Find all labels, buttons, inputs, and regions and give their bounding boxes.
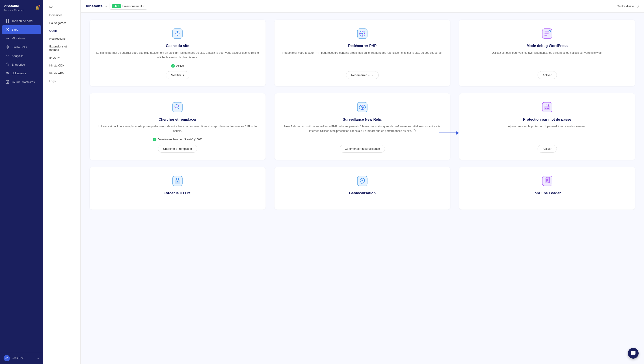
search-replace-icon bbox=[171, 100, 184, 114]
site-chevron-icon[interactable]: ▾ bbox=[105, 4, 107, 8]
debug-icon bbox=[540, 27, 554, 40]
svg-point-37 bbox=[177, 181, 178, 182]
search-replace-status: ✓ Dernière recherche : "kinsta" (1608) bbox=[153, 138, 202, 141]
env-label: Environnement bbox=[122, 4, 142, 8]
sidebar-logo: kinstalife Awesome Company bbox=[4, 4, 24, 12]
sec-nav-outils[interactable]: Outils bbox=[45, 27, 79, 34]
dns-icon bbox=[5, 45, 10, 49]
tool-card-php: Redémarrer PHP Redémarrer votre Moteur P… bbox=[274, 20, 450, 86]
debug-activate-button[interactable]: Activer bbox=[538, 71, 557, 79]
sidebar-item-sites[interactable]: Sites bbox=[2, 25, 41, 34]
svg-text:* * *: * * * bbox=[545, 108, 548, 109]
company-name: Awesome Company bbox=[4, 9, 24, 12]
sec-nav-sauvegardes[interactable]: Sauvegardes bbox=[45, 19, 79, 27]
live-badge: LIVE bbox=[112, 4, 121, 8]
env-selector[interactable]: LIVE Environnement ▾ bbox=[110, 3, 147, 10]
search-replace-title: Chercher et remplacer bbox=[158, 118, 196, 122]
cache-modifier-button[interactable]: Modifier ▾ bbox=[166, 71, 189, 79]
arrow-head-icon bbox=[456, 131, 459, 135]
sidebar-item-analytics[interactable]: Analytics bbox=[2, 52, 41, 60]
site-name: kinstalife bbox=[86, 4, 103, 8]
sec-nav-domaines[interactable]: Domaines bbox=[45, 12, 79, 19]
sidebar-nav: Tableau de bord Sites Migrations bbox=[0, 14, 43, 352]
cache-status-dot: ✓ bbox=[171, 64, 175, 68]
topbar-right[interactable]: Centre d'aide ⓘ bbox=[617, 4, 639, 8]
user-profile[interactable]: JD John Doe ▲ bbox=[0, 352, 43, 364]
users-icon bbox=[5, 71, 10, 75]
sec-nav-kinsta-cdn[interactable]: Kinsta CDN bbox=[45, 62, 79, 69]
geo-icon bbox=[356, 174, 369, 188]
sidebar: kinstalife Awesome Company 🔔 Tableau de … bbox=[0, 0, 43, 364]
sidebar-label-sites: Sites bbox=[12, 28, 18, 31]
new-relic-desc: New Relic est un outil de surveillance P… bbox=[281, 124, 444, 133]
tool-card-search-replace: Chercher et remplacer Utilisez cet outil… bbox=[90, 93, 265, 160]
php-title: Redémarrer PHP bbox=[348, 44, 377, 48]
tool-card-new-relic: Surveillance New Relic New Relic est un … bbox=[274, 93, 450, 160]
svg-rect-3 bbox=[8, 21, 9, 22]
sidebar-header: kinstalife Awesome Company 🔔 bbox=[0, 0, 43, 14]
sidebar-item-kinsta-dns[interactable]: Kinsta DNS bbox=[2, 43, 41, 51]
sec-nav-extensions[interactable]: Extensions et thèmes bbox=[45, 43, 79, 54]
sidebar-label-analytics: Analytics bbox=[12, 54, 23, 58]
sec-nav-redirections[interactable]: Redirections bbox=[45, 35, 79, 42]
https-title: Forcer le HTTPS bbox=[164, 191, 191, 195]
password-desc: Ajoute une simple protection .htpasswd à… bbox=[508, 124, 586, 132]
sidebar-item-journal[interactable]: Journal d'activités bbox=[2, 78, 41, 86]
sidebar-item-tableau-de-bord[interactable]: Tableau de bord bbox=[2, 16, 41, 25]
tool-card-https: Forcer le HTTPS bbox=[90, 167, 265, 210]
chat-bubble-button[interactable] bbox=[628, 348, 639, 359]
svg-rect-2 bbox=[6, 21, 7, 22]
cache-title: Cache du site bbox=[166, 44, 189, 48]
sidebar-item-entreprise[interactable]: Entreprise bbox=[2, 60, 41, 69]
modifier-chevron-icon: ▾ bbox=[183, 74, 184, 77]
avatar: JD bbox=[4, 355, 10, 361]
notification-bell[interactable]: 🔔 bbox=[35, 6, 40, 10]
php-icon bbox=[356, 27, 369, 40]
content-area: Cache du site Le cache permet de charger… bbox=[81, 12, 644, 364]
sidebar-label-journal: Journal d'activités bbox=[12, 80, 35, 84]
search-replace-status-dot: ✓ bbox=[153, 138, 156, 141]
ioncube-icon bbox=[540, 174, 554, 188]
sidebar-item-utilisateurs[interactable]: Utilisateurs bbox=[2, 69, 41, 78]
svg-point-33 bbox=[548, 108, 549, 109]
sec-nav-info[interactable]: Info bbox=[45, 4, 79, 11]
svg-rect-7 bbox=[6, 64, 9, 66]
debug-desc: Utilisez cet outil pour voir les avertis… bbox=[492, 50, 602, 59]
sidebar-label-kinsta-dns: Kinsta DNS bbox=[12, 46, 27, 49]
notification-badge bbox=[39, 5, 40, 6]
help-label: Centre d'aide bbox=[617, 4, 634, 8]
php-restart-button[interactable]: Redémarrer PHP bbox=[346, 71, 379, 79]
main-area: kinstalife ▾ LIVE Environnement ▾ Centre… bbox=[81, 0, 644, 364]
sidebar-item-migrations[interactable]: Migrations bbox=[2, 34, 41, 42]
https-icon bbox=[171, 174, 184, 188]
svg-point-28 bbox=[362, 107, 363, 108]
search-replace-button[interactable]: Chercher et remplacer bbox=[158, 145, 197, 153]
cache-status-label: Activé bbox=[176, 64, 184, 68]
new-relic-start-button[interactable]: Commencer la surveillance bbox=[340, 145, 385, 153]
password-activate-button[interactable]: Activer bbox=[538, 145, 557, 153]
sec-nav-ip-deny[interactable]: IP Deny bbox=[45, 54, 79, 61]
dashboard-icon bbox=[5, 19, 10, 23]
tool-card-password: * * * Protection par mot de passe Ajoute… bbox=[459, 93, 635, 160]
svg-rect-0 bbox=[6, 19, 7, 20]
sec-nav-kinsta-apm[interactable]: Kinsta APM bbox=[45, 70, 79, 77]
svg-point-17 bbox=[362, 33, 363, 34]
sidebar-label-entreprise: Entreprise bbox=[12, 63, 25, 66]
tool-card-cache: Cache du site Le cache permet de charger… bbox=[90, 20, 265, 86]
entreprise-icon bbox=[5, 62, 10, 66]
debug-title: Mode debug WordPress bbox=[527, 44, 568, 48]
secondary-sidebar: Info Domaines Sauvegardes Outils Redirec… bbox=[43, 0, 81, 364]
search-replace-desc: Utilisez cet outil pour remplacer n'impo… bbox=[96, 124, 259, 133]
new-relic-info-icon: ⓘ bbox=[413, 130, 416, 132]
analytics-icon bbox=[5, 54, 10, 58]
svg-point-8 bbox=[7, 72, 8, 73]
svg-point-9 bbox=[8, 72, 9, 73]
cache-icon bbox=[171, 27, 184, 40]
journal-icon bbox=[5, 80, 10, 84]
migrations-icon bbox=[5, 36, 10, 40]
user-name: John Doe bbox=[12, 356, 35, 360]
svg-rect-14 bbox=[173, 29, 182, 38]
php-desc: Redémarrer votre Moteur PHP peut résoudr… bbox=[282, 50, 442, 59]
tool-card-ioncube: ionCube Loader bbox=[459, 167, 635, 210]
sec-nav-logs[interactable]: Logs bbox=[45, 78, 79, 85]
